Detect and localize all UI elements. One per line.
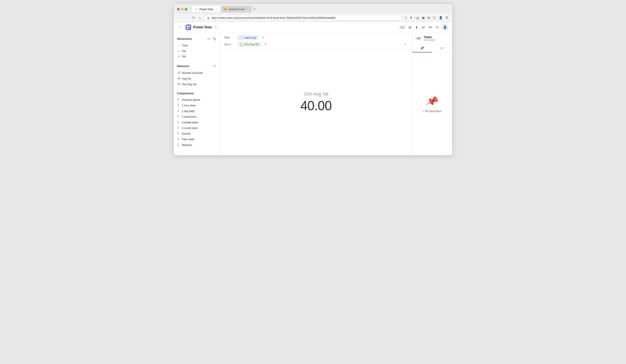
grid-view-button[interactable]: ⊞ xyxy=(408,24,412,30)
compare-icon-6 xyxy=(177,126,180,129)
dimensions-more-button[interactable]: ••• xyxy=(206,37,211,41)
tab-apache-druid[interactable]: 🔶 Apache Druid × xyxy=(221,6,252,12)
filter-tab[interactable]: 🏷 xyxy=(432,44,452,52)
close-traffic-light[interactable] xyxy=(177,8,180,10)
profile-nav-icon[interactable]: 👤 xyxy=(438,15,443,20)
compare-icon-9 xyxy=(177,143,180,147)
url-text: https://imply-sales.implycloud.com/p/e5d… xyxy=(211,16,395,19)
shield-icon[interactable]: 🛡 xyxy=(432,15,437,20)
sidebar-item-1-day-back[interactable]: 1 day back xyxy=(174,108,220,114)
compare-icon-7 xyxy=(177,132,180,135)
forward-button[interactable]: → xyxy=(184,15,190,20)
sidebar-item-val-label: Val xyxy=(182,49,186,52)
sidebar-item-previous-period[interactable]: Previous period xyxy=(174,97,220,103)
comparisons-section: Comparisons Previous period 1 hour back xyxy=(174,91,220,148)
sidebar-item-4-weeks-back-label: 4 weeks back xyxy=(182,121,198,124)
sidebar-item-1-week-back[interactable]: 1 week back xyxy=(174,114,220,120)
svg-rect-20 xyxy=(177,117,178,118)
add-show-button[interactable]: + xyxy=(263,42,268,47)
sidebar-item-15m-avg-val[interactable]: 15m Avg Val xyxy=(174,81,220,87)
measures-actions: ••• xyxy=(212,64,217,68)
app-header: ← Power Data i 2.0 ⊞ ⬇ ⇄ ••• ✏ xyxy=(174,22,452,33)
sidebar-item-time-label: Time xyxy=(182,44,188,47)
apache-druid-favicon: 🔶 xyxy=(224,7,227,11)
compare-button[interactable]: ⇄ xyxy=(421,24,426,30)
svg-rect-28 xyxy=(177,139,178,140)
compare-icon-1 xyxy=(177,98,180,101)
compare-icon-3 xyxy=(177,109,180,113)
stats-icon[interactable]: 📊 xyxy=(414,15,420,20)
pin-tab[interactable]: 📌 xyxy=(412,44,432,52)
svg-rect-26 xyxy=(177,133,178,134)
sidebar-item-4-weeks-back[interactable]: 4 weeks back xyxy=(174,120,220,125)
sidebar-item-time[interactable]: ○ Time xyxy=(174,43,220,48)
tab-power-data-close[interactable]: × xyxy=(215,8,218,10)
svg-rect-2 xyxy=(187,27,188,29)
totals-subtitle: Auto select xyxy=(424,39,435,41)
tab-power-data[interactable]: ⚡ Power Data × xyxy=(192,6,220,12)
avatar-button[interactable]: 👤 xyxy=(442,24,448,31)
download-button[interactable]: ⬇ xyxy=(414,24,419,30)
sidebar-item-var[interactable]: A Var xyxy=(174,54,220,59)
pin-dimension-button[interactable]: + Pin dimension xyxy=(423,110,441,113)
chart-metric-label: 15m Avg Val xyxy=(304,91,328,97)
svg-rect-16 xyxy=(177,105,178,106)
edit-button[interactable]: ✏ xyxy=(435,24,440,30)
sidebar-item-previous-period-label: Previous period xyxy=(182,98,200,101)
power-data-favicon: ⚡ xyxy=(195,7,198,11)
maximize-traffic-light[interactable] xyxy=(185,8,187,10)
version-badge: 2.0 xyxy=(399,25,406,29)
star-icon[interactable]: ☆ xyxy=(396,16,399,19)
sidebar-nav-icon[interactable]: ▣ xyxy=(421,15,426,20)
refresh-button[interactable]: ↻ xyxy=(191,15,196,20)
svg-rect-27 xyxy=(177,138,178,139)
sidebar-item-val[interactable]: # Val xyxy=(174,48,220,54)
sidebar-item-number-of-events[interactable]: Number of Events xyxy=(174,70,220,76)
back-button[interactable]: ← xyxy=(177,15,183,20)
dimensions-title: Dimensions xyxy=(177,37,192,40)
grid-nav-icon[interactable]: ⊞ xyxy=(427,15,431,20)
sidebar-item-measure[interactable]: Measure xyxy=(174,142,220,148)
svg-rect-3 xyxy=(189,27,190,29)
more-button[interactable]: ••• xyxy=(428,24,433,30)
show-label: Show xyxy=(224,43,235,46)
show-row-right: ∨ xyxy=(402,42,408,47)
svg-rect-24 xyxy=(177,128,178,129)
sidebar-item-1-month-back[interactable]: 1 month back xyxy=(174,125,220,131)
bar-chart-icon-2 xyxy=(177,77,180,80)
download-nav-icon[interactable]: ⬇ xyxy=(409,15,413,20)
filter-bar: Filter 🕐 Latest day + Show 📋 15m Avg Val xyxy=(220,33,412,49)
nav-right-icons: ☆ ⬇ 📊 ▣ ⊞ 🛡 👤 ☰ xyxy=(404,15,449,20)
svg-rect-6 xyxy=(180,71,180,74)
tab-apache-druid-close[interactable]: × xyxy=(246,8,249,10)
show-chip[interactable]: 📋 15m Avg Val xyxy=(237,42,261,47)
sidebar-item-overall-label: Overall xyxy=(182,132,190,135)
sidebar-item-filter-delta[interactable]: Filter delta xyxy=(174,136,220,142)
svg-rect-17 xyxy=(177,109,178,110)
totals-badge: 123 xyxy=(415,37,422,40)
new-tab-button[interactable]: + xyxy=(252,6,258,12)
bookmarks-icon[interactable]: ☆ xyxy=(404,15,408,20)
navigation-bar: ← → ↻ ⌂ 🔒 https://imply-sales.implycloud… xyxy=(174,14,452,22)
content-area: Filter 🕐 Latest day + Show 📋 15m Avg Val xyxy=(220,33,412,155)
home-button[interactable]: ⌂ xyxy=(198,15,202,20)
dimensions-search-button[interactable]: 🔍 xyxy=(212,37,217,41)
filter-chip[interactable]: 🕐 Latest day xyxy=(237,35,259,40)
minimize-traffic-light[interactable] xyxy=(181,8,184,10)
sidebar-item-number-of-events-label: Number of Events xyxy=(182,71,203,75)
pin-large-icon: 📌 xyxy=(425,94,439,108)
right-panel-content: 📌 + Pin dimension xyxy=(412,53,452,155)
sidebar-item-overall[interactable]: Overall xyxy=(174,131,220,136)
measures-more-button[interactable]: ••• xyxy=(212,64,217,68)
app-area: ← Power Data i 2.0 ⊞ ⬇ ⇄ ••• ✏ xyxy=(174,22,452,155)
url-bar[interactable]: 🔒 https://imply-sales.implycloud.com/p/e… xyxy=(204,15,402,21)
add-filter-button[interactable]: + xyxy=(261,35,266,40)
expand-button[interactable]: ∨ xyxy=(402,42,408,47)
sidebar-item-avg-val[interactable]: Avg Val xyxy=(174,76,220,81)
app-back-button[interactable]: ← xyxy=(178,25,184,30)
app-info-button[interactable]: i xyxy=(214,25,218,29)
sidebar-item-1-hour-back[interactable]: 1 hour back xyxy=(174,103,220,108)
filter-chip-label: Latest day xyxy=(244,36,256,39)
menu-nav-icon[interactable]: ☰ xyxy=(445,15,449,20)
comparisons-title: Comparisons xyxy=(177,92,194,95)
